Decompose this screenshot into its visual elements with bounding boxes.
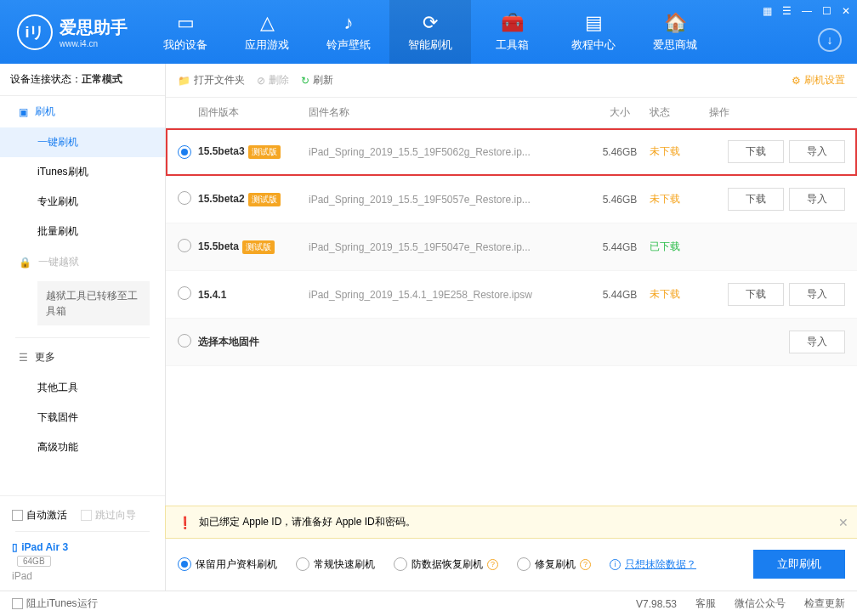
refresh-button[interactable]: ↻刷新 [301,73,333,88]
option-radio[interactable] [296,557,309,571]
sidebar-more-header[interactable]: ☰ 更多 [0,342,165,373]
device-name[interactable]: ▯ iPad Air 3 [0,535,165,553]
flash-now-button[interactable]: 立即刷机 [753,550,845,579]
delete-button[interactable]: ⊘删除 [257,73,289,88]
import-button[interactable]: 导入 [789,283,845,306]
close-icon[interactable]: ✕ [838,516,848,529]
download-button[interactable]: 下载 [728,188,784,211]
beta-badge: 测试版 [248,193,281,206]
tab-music[interactable]: ♪铃声壁纸 [308,0,389,64]
tab-label: 应用游戏 [245,37,289,53]
import-button[interactable]: 导入 [789,188,845,211]
row-radio[interactable] [178,239,191,252]
col-version: 固件版本 [198,105,309,120]
win-close-icon[interactable]: ✕ [840,3,852,19]
tab-label: 智能刷机 [408,37,452,53]
toolbar: 📁打开文件夹 ⊘删除 ↻刷新 ⚙刷机设置 [166,64,857,98]
sidebar-item-more-0[interactable]: 其他工具 [0,373,165,403]
win-min-icon[interactable]: — [800,3,814,19]
download-button[interactable]: 下载 [728,140,784,163]
col-status: 状态 [650,105,709,120]
flash-option-0[interactable]: 保留用户资料刷机 [178,557,277,572]
win-style-icon[interactable]: ▦ [761,3,774,19]
sidebar-item-flash-0[interactable]: 一键刷机 [0,127,165,157]
app-header: iリ 爱思助手 www.i4.cn ▭我的设备△应用游戏♪铃声壁纸⟳智能刷机🧰工… [0,0,857,64]
info-icon[interactable]: i [610,559,621,570]
gear-icon: ⚙ [792,75,801,87]
firmware-name: iPad_Spring_2019_15.5_19F5062g_Restore.i… [309,146,590,158]
jailbreak-label: 一键越狱 [38,255,79,269]
device-panel: 自动激活 跳过向导 ▯ iPad Air 3 64GB iPad [0,495,165,591]
firmware-list: 15.5beta3测试版iPad_Spring_2019_15.5_19F506… [166,128,857,366]
tab-phone[interactable]: ▭我的设备 [145,0,226,64]
beta-badge: 测试版 [242,240,275,254]
sidebar: 设备连接状态：正常模式 ▣ 刷机 一键刷机iTunes刷机专业刷机批量刷机 🔒 … [0,64,166,591]
firmware-name: iPad_Spring_2019_15.5_19F5047e_Restore.i… [309,241,590,253]
row-radio[interactable] [178,191,191,205]
app-name: 爱思助手 [60,16,128,39]
table-row[interactable]: 15.5beta测试版iPad_Spring_2019_15.5_19F5047… [166,223,857,271]
help-icon[interactable]: ? [487,559,498,570]
table-row[interactable]: 15.4.1iPad_Spring_2019_15.4.1_19E258_Res… [166,271,857,319]
tab-refresh[interactable]: ⟳智能刷机 [389,0,471,64]
music-icon: ♪ [344,12,354,34]
sidebar-item-flash-3[interactable]: 批量刷机 [0,217,165,246]
erase-data-link[interactable]: 只想抹除数据？ [625,557,696,572]
service-link[interactable]: 客服 [695,596,716,611]
win-max-icon[interactable]: ☐ [820,3,833,19]
download-button[interactable]: 下载 [728,283,784,306]
sidebar-item-flash-1[interactable]: iTunes刷机 [0,157,165,187]
sidebar-item-more-1[interactable]: 下载固件 [0,403,165,432]
flash-option-1[interactable]: 常规快速刷机 [296,557,375,572]
open-folder-button[interactable]: 📁打开文件夹 [178,73,245,88]
book-icon: ▤ [585,12,603,34]
block-itunes-checkbox[interactable]: 阻止iTunes运行 [12,596,98,611]
option-label: 常规快速刷机 [314,557,375,572]
table-row[interactable]: 15.5beta2测试版iPad_Spring_2019_15.5_19F505… [166,176,857,223]
flash-option-3[interactable]: 修复刷机? [517,557,591,572]
option-radio[interactable] [517,557,531,571]
row-radio[interactable] [178,145,191,159]
window-controls: ▦ ☰ — ☐ ✕ [761,3,852,19]
table-row[interactable]: 15.5beta3测试版iPad_Spring_2019_15.5_19F506… [166,128,857,176]
option-label: 修复刷机 [535,557,576,572]
import-button[interactable]: 导入 [789,331,845,353]
flash-settings-button[interactable]: ⚙刷机设置 [792,73,845,88]
jailbreak-note: 越狱工具已转移至工具箱 [37,281,150,325]
win-menu-icon[interactable]: ☰ [780,3,793,19]
row-radio[interactable] [178,286,191,300]
wechat-link[interactable]: 微信公众号 [735,596,786,611]
beta-badge: 测试版 [248,145,281,159]
row-radio[interactable] [178,334,191,348]
auto-activate-checkbox[interactable]: 自动激活 [12,508,67,523]
delete-icon: ⊘ [257,75,265,87]
divider [15,337,150,338]
conn-value: 正常模式 [82,73,122,85]
sidebar-item-more-2[interactable]: 高级功能 [0,432,165,462]
option-radio[interactable] [394,557,407,571]
firmware-size: 5.46GB [590,194,650,206]
firmware-version: 15.5beta [198,240,239,252]
table-header: 固件版本 固件名称 大小 状态 操作 [166,98,857,128]
tab-store[interactable]: 🏠爱思商城 [634,0,716,64]
tab-apps[interactable]: △应用游戏 [226,0,308,64]
table-row[interactable]: 选择本地固件导入 [166,319,857,366]
firmware-name: iPad_Spring_2019_15.5_19F5057e_Restore.i… [309,194,590,206]
help-icon[interactable]: ? [580,559,591,570]
sidebar-item-flash-2[interactable]: 专业刷机 [0,187,165,217]
flash-option-2[interactable]: 防数据恢复刷机? [394,557,498,572]
col-ops: 操作 [709,105,845,120]
check-update-link[interactable]: 检查更新 [804,596,845,611]
download-manager-icon[interactable]: ↓ [818,28,842,52]
col-size: 大小 [590,105,650,120]
flash-head-label: 刷机 [35,105,55,119]
import-button[interactable]: 导入 [789,140,845,163]
sidebar-flash-header[interactable]: ▣ 刷机 [0,96,165,127]
folder-icon: 📁 [178,75,190,87]
tab-toolbox[interactable]: 🧰工具箱 [471,0,553,64]
tab-book[interactable]: ▤教程中心 [553,0,634,64]
firmware-name: iPad_Spring_2019_15.4.1_19E258_Restore.i… [309,289,590,301]
refresh-icon: ⟳ [423,12,438,34]
option-radio[interactable] [178,557,191,571]
skip-guide-checkbox[interactable]: 跳过向导 [81,508,136,523]
